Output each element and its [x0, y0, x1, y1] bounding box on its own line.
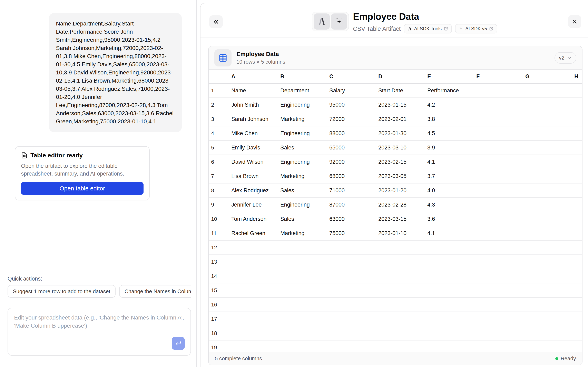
grid-cell[interactable]: Marketing: [276, 112, 325, 126]
grid-cell[interactable]: 2023-03-10: [374, 141, 423, 155]
grid-cell[interactable]: [521, 126, 570, 141]
grid-cell[interactable]: Sales: [276, 184, 325, 198]
grid-cell[interactable]: [227, 341, 276, 352]
row-number[interactable]: 7: [209, 169, 227, 184]
row-number[interactable]: 3: [209, 112, 227, 126]
grid-cell[interactable]: [570, 112, 582, 126]
grid-cell[interactable]: 87000: [325, 198, 374, 212]
grid-cell[interactable]: Lisa Brown: [227, 169, 276, 184]
grid-cell[interactable]: 75000: [325, 226, 374, 241]
row-number[interactable]: 4: [209, 126, 227, 141]
column-header[interactable]: E: [423, 70, 472, 83]
row-number[interactable]: 18: [209, 326, 227, 341]
row-number[interactable]: 17: [209, 312, 227, 326]
grid-cell[interactable]: [374, 255, 423, 269]
collapse-panel-button[interactable]: [209, 15, 223, 28]
row-number[interactable]: 19: [209, 341, 227, 352]
grid-cell[interactable]: [521, 241, 570, 255]
grid-cell[interactable]: [472, 141, 521, 155]
version-select[interactable]: v2: [554, 52, 576, 64]
grid-cell[interactable]: [472, 284, 521, 298]
grid-cell[interactable]: [521, 141, 570, 155]
grid-cell[interactable]: Marketing: [276, 226, 325, 241]
grid-cell[interactable]: [325, 241, 374, 255]
grid-cell[interactable]: [472, 112, 521, 126]
grid-cell[interactable]: [374, 298, 423, 312]
grid-cell[interactable]: [521, 155, 570, 169]
grid-cell[interactable]: [276, 241, 325, 255]
grid-cell[interactable]: [374, 341, 423, 352]
row-number[interactable]: 14: [209, 269, 227, 284]
badge-ai-sdk-v5[interactable]: AI SDK v5: [455, 24, 497, 33]
quick-action-chip-suggest-row[interactable]: Suggest 1 more row to add to the dataset: [8, 285, 116, 298]
grid-cell[interactable]: [521, 98, 570, 112]
grid-cell[interactable]: [472, 126, 521, 141]
grid-cell[interactable]: [521, 284, 570, 298]
grid-cell[interactable]: 2023-01-10: [374, 226, 423, 241]
grid-cell[interactable]: [325, 312, 374, 326]
column-header[interactable]: D: [374, 70, 423, 83]
grid-cell[interactable]: John Smith: [227, 98, 276, 112]
send-button[interactable]: [172, 337, 185, 350]
grid-cell[interactable]: [570, 184, 582, 198]
grid-cell[interactable]: 3.9: [423, 141, 472, 155]
grid-cell[interactable]: 3.6: [423, 212, 472, 226]
grid-cell[interactable]: Engineering: [276, 126, 325, 141]
grid-cell[interactable]: [325, 341, 374, 352]
grid-cell[interactable]: [472, 198, 521, 212]
grid-cell[interactable]: 2023-01-30: [374, 126, 423, 141]
grid-cell[interactable]: 2023-02-15: [374, 155, 423, 169]
grid-cell[interactable]: [227, 326, 276, 341]
grid-cell[interactable]: 4.2: [423, 98, 472, 112]
grid-cell[interactable]: [570, 284, 582, 298]
grid-cell[interactable]: [276, 284, 325, 298]
badge-ai-sdk-tools[interactable]: AI SDK Tools: [404, 24, 452, 33]
column-header[interactable]: F: [472, 70, 521, 83]
grid-cell[interactable]: [276, 326, 325, 341]
grid-cell[interactable]: [227, 255, 276, 269]
column-header[interactable]: C: [325, 70, 374, 83]
grid-cell[interactable]: [374, 326, 423, 341]
grid-cell[interactable]: Start Date: [374, 83, 423, 98]
grid-cell[interactable]: [472, 298, 521, 312]
grid-cell[interactable]: [423, 241, 472, 255]
grid-cell[interactable]: [472, 255, 521, 269]
row-number[interactable]: 16: [209, 298, 227, 312]
grid-cell[interactable]: 68000: [325, 169, 374, 184]
grid-cell[interactable]: [472, 269, 521, 284]
row-number[interactable]: 15: [209, 284, 227, 298]
grid-cell[interactable]: [521, 298, 570, 312]
row-number[interactable]: 9: [209, 198, 227, 212]
grid-cell[interactable]: Performance Score: [423, 83, 472, 98]
grid-cell[interactable]: [276, 255, 325, 269]
grid-cell[interactable]: 2023-01-15: [374, 98, 423, 112]
grid-cell[interactable]: Engineering: [276, 198, 325, 212]
grid-cell[interactable]: 72000: [325, 112, 374, 126]
grid-cell[interactable]: [472, 155, 521, 169]
grid-cell[interactable]: [521, 184, 570, 198]
grid-cell[interactable]: 88000: [325, 126, 374, 141]
grid-cell[interactable]: [227, 312, 276, 326]
grid-cell[interactable]: Tom Anderson: [227, 212, 276, 226]
grid-cell[interactable]: [521, 255, 570, 269]
grid-cell[interactable]: [570, 255, 582, 269]
grid-cell[interactable]: Alex Rodriguez: [227, 184, 276, 198]
grid-cell[interactable]: [472, 326, 521, 341]
grid-cell[interactable]: Marketing: [276, 169, 325, 184]
grid-cell[interactable]: [521, 341, 570, 352]
grid-cell[interactable]: [227, 298, 276, 312]
grid-cell[interactable]: [570, 326, 582, 341]
grid-cell[interactable]: 71000: [325, 184, 374, 198]
grid-cell[interactable]: 4.1: [423, 155, 472, 169]
row-number[interactable]: 10: [209, 212, 227, 226]
grid-cell[interactable]: 2023-03-15: [374, 212, 423, 226]
corner-cell[interactable]: [209, 70, 227, 83]
grid-cell[interactable]: [521, 198, 570, 212]
grid-cell[interactable]: 2023-01-20: [374, 184, 423, 198]
row-number[interactable]: 2: [209, 98, 227, 112]
grid-cell[interactable]: [570, 341, 582, 352]
grid-cell[interactable]: [423, 312, 472, 326]
row-number[interactable]: 5: [209, 141, 227, 155]
grid-cell[interactable]: [423, 326, 472, 341]
grid-cell[interactable]: [325, 269, 374, 284]
